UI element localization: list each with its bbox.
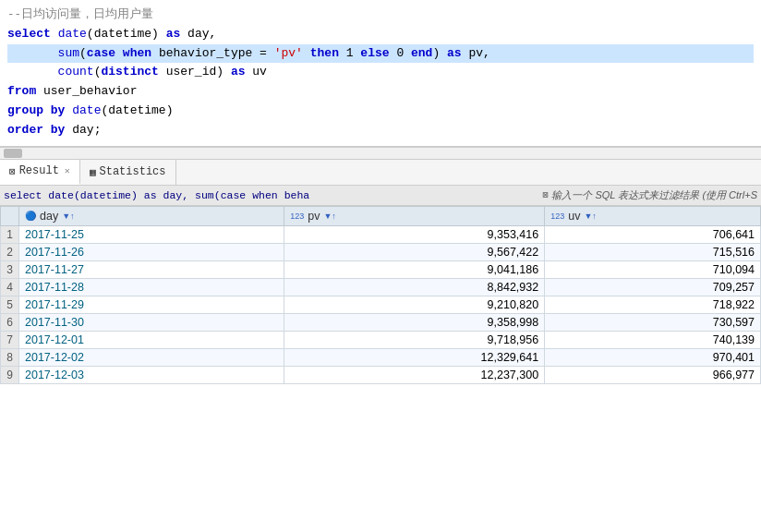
th-uv[interactable]: 123 uv ▼↑ [545, 206, 761, 225]
th-day-label: day [40, 210, 58, 223]
cell-day: 2017-11-30 [19, 313, 284, 331]
query-bar-sql: select date(datetime) as day, sum(case w… [4, 189, 538, 201]
table-row: 12017-11-259,353,416706,641 [1, 225, 761, 243]
cell-uv: 706,641 [545, 225, 761, 243]
cell-day: 2017-11-28 [19, 278, 284, 296]
day-filter-icon[interactable]: ▼↑ [62, 212, 74, 221]
result-tab-label: Result [19, 164, 59, 177]
sql-line-5: group by date(datetime) [7, 102, 754, 121]
table-row: 32017-11-279,041,186710,094 [1, 260, 761, 278]
cell-pv: 12,329,641 [284, 348, 545, 366]
cell-pv: 9,718,956 [284, 331, 545, 348]
statistics-tab-label: Statistics [100, 165, 166, 178]
cell-index: 6 [1, 313, 19, 331]
sql-line-1: select date(datetime) as day, [7, 25, 754, 44]
query-bar-filter-hint[interactable]: 输入一个 SQL 表达式来过滤结果 (使用 Ctrl+S [551, 188, 757, 202]
scrollbar-thumb[interactable] [4, 149, 22, 158]
cell-index: 4 [1, 278, 19, 296]
cell-day: 2017-12-03 [19, 366, 284, 383]
cell-uv: 709,257 [545, 278, 761, 296]
cell-day: 2017-11-25 [19, 225, 284, 243]
cell-day: 2017-12-01 [19, 331, 284, 348]
cell-index: 8 [1, 348, 19, 366]
result-tab-icon: ⊠ [9, 165, 16, 177]
cell-index: 7 [1, 331, 19, 348]
cell-uv: 730,597 [545, 313, 761, 331]
result-table: 🔵 day ▼↑ 123 pv ▼↑ [0, 206, 761, 384]
th-day[interactable]: 🔵 day ▼↑ [19, 206, 284, 225]
sql-comment: --日均访问量，日均用户量 [7, 8, 153, 21]
day-col-icon: 🔵 [25, 211, 36, 221]
sql-line-2: sum(case when behavior_type = 'pv' then … [7, 44, 754, 64]
table-row: 82017-12-0212,329,641970,401 [1, 348, 761, 366]
table-row: 72017-12-019,718,956740,139 [1, 331, 761, 348]
cell-uv: 715,516 [545, 243, 761, 260]
table-row: 22017-11-269,567,422715,516 [1, 243, 761, 260]
th-uv-label: uv [568, 210, 580, 223]
table-row: 92017-12-0312,237,300966,977 [1, 366, 761, 383]
filter-separator: ⊠ [542, 189, 548, 200]
table-body: 12017-11-259,353,416706,64122017-11-269,… [1, 225, 761, 383]
cell-pv: 9,358,998 [284, 313, 545, 331]
table-header-row: 🔵 day ▼↑ 123 pv ▼↑ [1, 206, 761, 225]
result-table-container[interactable]: 🔵 day ▼↑ 123 pv ▼↑ [0, 206, 761, 532]
cell-day: 2017-11-29 [19, 296, 284, 313]
sql-line-4: from user_behavior [7, 82, 754, 102]
result-tab-close[interactable]: ✕ [65, 165, 70, 176]
pv-col-icon: 123 [290, 212, 304, 221]
th-pv-label: pv [308, 210, 320, 223]
cell-day: 2017-11-26 [19, 243, 284, 260]
cell-uv: 740,139 [545, 331, 761, 348]
cell-uv: 718,922 [545, 296, 761, 313]
sql-line-6: order by day; [7, 121, 754, 140]
cell-pv: 9,353,416 [284, 225, 545, 243]
tab-result[interactable]: ⊠ Result ✕ [0, 160, 80, 185]
cell-index: 5 [1, 296, 19, 313]
cell-uv: 970,401 [545, 348, 761, 366]
uv-col-icon: 123 [550, 212, 564, 221]
cell-pv: 8,842,932 [284, 278, 545, 296]
sql-editor[interactable]: --日均访问量，日均用户量 select date(datetime) as d… [0, 0, 761, 147]
cell-index: 2 [1, 243, 19, 260]
cell-index: 9 [1, 366, 19, 383]
cell-day: 2017-11-27 [19, 260, 284, 278]
table-row: 62017-11-309,358,998730,597 [1, 313, 761, 331]
cell-index: 1 [1, 225, 19, 243]
tab-statistics[interactable]: ▦ Statistics [80, 160, 176, 185]
table-row: 42017-11-288,842,932709,257 [1, 278, 761, 296]
results-wrapper: 🔵 day ▼↑ 123 pv ▼↑ [0, 206, 761, 532]
th-pv[interactable]: 123 pv ▼↑ [284, 206, 545, 225]
cell-uv: 966,977 [545, 366, 761, 383]
table-row: 52017-11-299,210,820718,922 [1, 296, 761, 313]
th-index [1, 206, 19, 225]
cell-day: 2017-12-02 [19, 348, 284, 366]
cell-pv: 9,041,186 [284, 260, 545, 278]
horizontal-scrollbar[interactable] [0, 147, 761, 160]
tabs-row: ⊠ Result ✕ ▦ Statistics [0, 160, 761, 186]
statistics-tab-icon: ▦ [90, 166, 96, 178]
uv-filter-icon[interactable]: ▼↑ [584, 212, 596, 221]
cell-pv: 9,210,820 [284, 296, 545, 313]
pv-filter-icon[interactable]: ▼↑ [323, 212, 335, 221]
cell-pv: 9,567,422 [284, 243, 545, 260]
cell-pv: 12,237,300 [284, 366, 545, 383]
cell-index: 3 [1, 260, 19, 278]
sql-line-3: count(distinct user_id) as uv [7, 63, 754, 82]
cell-uv: 710,094 [545, 260, 761, 278]
query-bar: select date(datetime) as day, sum(case w… [0, 186, 761, 206]
